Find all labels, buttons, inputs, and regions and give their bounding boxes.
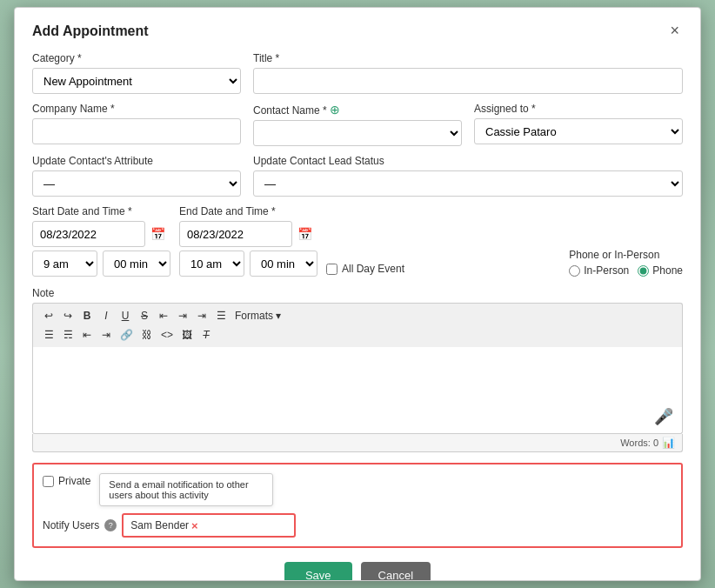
code-button[interactable]: <> [157, 327, 177, 343]
private-label: Private [43, 473, 90, 487]
cancel-button[interactable]: Cancel [361, 562, 431, 581]
category-group: Category * New Appointment Follow Up Dem… [32, 52, 241, 94]
assigned-to-group: Assigned to * Cassie Pataro John Smith J… [474, 103, 683, 146]
start-date-col: Start Date and Time * 📅 9 am 10 am 00 mi… [32, 205, 170, 277]
notify-row: Notify Users ? Sam Bender × [43, 513, 672, 538]
words-count: Words: 0 [620, 438, 658, 448]
remove-user-button[interactable]: × [191, 519, 198, 532]
update-lead-label: Update Contact Lead Status [253, 155, 683, 167]
formats-button[interactable]: Formats ▾ [231, 308, 284, 324]
words-bar: Words: 0 📊 [32, 434, 683, 452]
start-date-label: Start Date and Time * [32, 205, 170, 217]
align-right-button[interactable]: ⇥ [193, 308, 210, 324]
inperson-radio[interactable] [569, 265, 580, 277]
tooltip-text: Send a email notification to other users… [109, 479, 248, 500]
end-time-selects: 10 am 11 am 00 min 15 min 30 min 45 min [179, 251, 317, 277]
start-date-wrapper: 📅 [32, 221, 170, 247]
strikethrough-button[interactable]: S [136, 308, 153, 324]
assigned-to-label: Assigned to * [474, 103, 683, 115]
phone-radio[interactable] [638, 265, 649, 277]
add-contact-icon[interactable]: ⊕ [330, 103, 340, 117]
link-button[interactable]: 🔗 [117, 327, 137, 343]
form-row-3: Update Contact's Attribute — Update Cont… [32, 155, 683, 197]
save-button[interactable]: Save [284, 562, 352, 581]
form-row-2: Company Name * Contact Name * ⊕ Assigned… [32, 103, 683, 146]
ol-list-button[interactable]: ☴ [59, 327, 77, 343]
form-row-1: Category * New Appointment Follow Up Dem… [32, 52, 683, 94]
contact-name-select[interactable] [253, 120, 462, 146]
align-left-button[interactable]: ⇤ [155, 308, 172, 324]
title-label: Title * [253, 52, 683, 64]
unlink-button[interactable]: ⛓ [138, 327, 156, 343]
datetime-row: Start Date and Time * 📅 9 am 10 am 00 mi… [32, 205, 683, 277]
modal-header: Add Appointment × [32, 22, 683, 40]
category-select[interactable]: New Appointment Follow Up Demo Support [32, 68, 241, 94]
start-hour-select[interactable]: 9 am 10 am [32, 251, 97, 277]
assigned-to-select[interactable]: Cassie Pataro John Smith Jane Doe [474, 118, 683, 144]
formats-label: Formats ▾ [235, 310, 281, 322]
indent-button[interactable]: ⇥ [97, 327, 115, 343]
all-day-group: All Day Event [326, 263, 404, 277]
add-appointment-modal: Add Appointment × Category * New Appoint… [14, 7, 701, 581]
outdent-button[interactable]: ⇤ [78, 327, 96, 343]
align-center-button[interactable]: ⇥ [174, 308, 191, 324]
inperson-text: In-Person [584, 264, 629, 277]
note-section: Note ↩ ↪ B I U S ⇤ ⇥ ⇥ ☰ Formats ▾ [32, 287, 683, 452]
notify-label: Notify Users [43, 519, 99, 531]
end-date-wrapper: 📅 [179, 221, 317, 247]
image-button[interactable]: 🖼 [178, 327, 196, 343]
contact-name-label: Contact Name * ⊕ [253, 103, 462, 117]
close-button[interactable]: × [666, 22, 683, 40]
phone-inperson-label: Phone or In-Person [569, 249, 683, 261]
help-icon[interactable]: ? [104, 519, 117, 531]
undo-button[interactable]: ↩ [40, 308, 57, 324]
update-contact-label: Update Contact's Attribute [32, 155, 241, 167]
end-min-select[interactable]: 00 min 15 min 30 min 45 min [250, 251, 317, 277]
update-contact-group: Update Contact's Attribute — [32, 155, 241, 197]
title-group: Title * [253, 52, 683, 94]
all-day-checkbox[interactable] [326, 264, 337, 275]
modal-title: Add Appointment [32, 23, 149, 39]
note-toolbar: ↩ ↪ B I U S ⇤ ⇥ ⇥ ☰ Formats ▾ ☰ ☴ [32, 303, 683, 347]
start-date-calendar-icon: 📅 [150, 227, 165, 241]
end-date-label: End Date and Time * [179, 205, 317, 217]
phone-text: Phone [652, 264, 683, 277]
redo-button[interactable]: ↪ [59, 308, 77, 324]
update-lead-group: Update Contact Lead Status — [253, 155, 683, 197]
tooltip-box: Send a email notification to other users… [99, 473, 273, 506]
modal-footer: Save Cancel [32, 562, 683, 581]
company-name-group: Company Name * [32, 103, 241, 146]
private-checkbox[interactable] [43, 476, 54, 487]
phone-inperson-radio-group: In-Person Phone [569, 264, 683, 277]
category-label: Category * [32, 52, 241, 64]
justify-button[interactable]: ☰ [212, 308, 230, 324]
contact-name-group: Contact Name * ⊕ [253, 103, 462, 146]
title-input[interactable] [253, 68, 683, 94]
all-day-text: All Day Event [342, 263, 404, 275]
ul-list-button[interactable]: ☰ [40, 327, 57, 343]
note-body[interactable]: 🎤 [32, 347, 683, 434]
notify-input[interactable]: Sam Bender × [122, 513, 296, 538]
bold-button[interactable]: B [78, 308, 96, 324]
start-date-input[interactable] [32, 221, 145, 247]
underline-button[interactable]: U [117, 308, 134, 324]
private-row: Private Send a email notification to oth… [43, 473, 672, 506]
end-hour-select[interactable]: 10 am 11 am [179, 251, 244, 277]
company-name-input[interactable] [32, 118, 241, 144]
microphone-icon[interactable]: 🎤 [654, 407, 673, 426]
end-date-input[interactable] [179, 221, 292, 247]
start-min-select[interactable]: 00 min 15 min 30 min 45 min [103, 251, 170, 277]
private-text: Private [58, 475, 90, 487]
update-contact-select[interactable]: — [32, 170, 241, 197]
note-label: Note [32, 287, 683, 299]
update-lead-select[interactable]: — [253, 170, 683, 197]
clear-format-button[interactable]: T [197, 327, 215, 343]
all-day-label: All Day Event [326, 263, 404, 275]
modal-overlay: Add Appointment × Category * New Appoint… [0, 0, 715, 588]
toolbar-row-2: ☰ ☴ ⇤ ⇥ 🔗 ⛓ <> 🖼 T [40, 327, 675, 343]
notify-user-name: Sam Bender [130, 519, 189, 531]
bottom-section: Private Send a email notification to oth… [32, 463, 683, 548]
inperson-radio-label: In-Person [569, 264, 629, 277]
italic-button[interactable]: I [97, 308, 115, 324]
bar-chart-icon: 📊 [662, 437, 675, 449]
